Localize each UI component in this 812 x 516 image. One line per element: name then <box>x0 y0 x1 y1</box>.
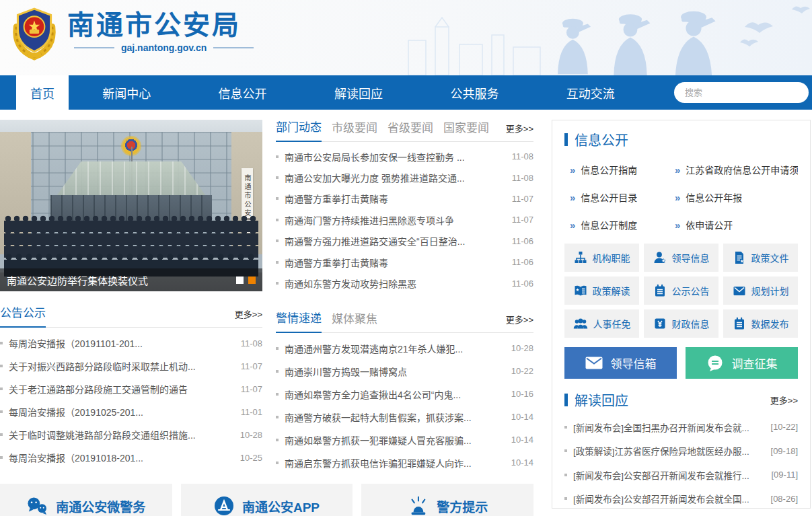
tab-province-news[interactable]: 省级要闻 <box>387 118 433 141</box>
nav-item-news-center[interactable]: 新闻中心 <box>69 75 184 110</box>
bullet-icon <box>276 393 279 396</box>
personnel-users-icon <box>573 317 588 330</box>
list-item[interactable]: 南通通州警方发现潜逃南京21年杀人嫌犯...10-28 <box>276 337 533 360</box>
list-item[interactable]: 南通如东警方发动攻势扫除黑恶11-06 <box>276 272 533 293</box>
grid-btn-plans[interactable]: 规划计划 <box>723 277 798 305</box>
panel-accent-bar <box>564 394 568 406</box>
list-item[interactable]: [新闻发布会]公安部召开新闻发布会就全国...[08-26] <box>564 487 798 509</box>
bullet-icon <box>276 462 279 464</box>
news-section: 部门动态 市级要闻 省级要闻 国家要闻 更多>> 南通市公安局局长参加安保一线查… <box>276 120 533 294</box>
link-info-rules[interactable]: »信息公开制度 <box>570 218 675 231</box>
grid-btn-public-notices[interactable]: 公示公告 <box>644 277 718 305</box>
list-item[interactable]: 每周治安播报（20191101-201...11-08 <box>0 332 262 355</box>
grid-btn-leader-info[interactable]: 领导信息 <box>644 244 718 272</box>
grid-btn-finance[interactable]: 财政信息 <box>644 309 718 338</box>
news-more-link[interactable]: 更多>> <box>506 122 533 141</box>
grid-btn-policy-documents[interactable]: 政策文件 <box>723 244 798 272</box>
search-input[interactable] <box>685 87 803 98</box>
list-item[interactable]: [新闻发布会]全国扫黑办召开新闻发布会就...[10-22] <box>564 415 798 439</box>
nav-item-info-disclosure[interactable]: 信息公开 <box>184 75 300 110</box>
police-app-card[interactable]: 南通公安APP <box>181 484 353 516</box>
nav-item-home[interactable]: 首页 <box>16 75 69 110</box>
response-list: [新闻发布会]全国扫黑办召开新闻发布会就...[10-22] [政策解读]江苏省… <box>564 415 798 509</box>
list-item[interactable]: [新闻发布会]公安部召开新闻发布会就推行...[09-11] <box>564 463 798 487</box>
list-item[interactable]: 关于对振兴西路部分路段临时采取禁止机动...11-07 <box>0 355 262 377</box>
bullet-icon <box>564 474 567 476</box>
list-item[interactable]: 南通崇川警方捣毁一赌博窝点10-22 <box>276 360 533 383</box>
grid-btn-personnel[interactable]: 人事任免 <box>564 309 639 338</box>
info-links: »信息公开指南 »江苏省政府信息公开申请须知 »信息公开目录 »信息公开年报 »… <box>570 163 798 231</box>
carousel-slide[interactable]: 南通市公安局 南通公安边防举行集体换装仪式 <box>0 120 262 291</box>
list-item[interactable]: 南通启东警方抓获电信诈骗犯罪嫌疑人向诈...10-14 <box>276 451 533 474</box>
grid-btn-policy-interpretation[interactable]: 政策解读 <box>564 277 639 305</box>
bullet-icon <box>276 416 279 418</box>
leader-user-icon <box>653 251 667 264</box>
policy-book-icon <box>574 284 587 297</box>
police-tips-card[interactable]: 警方提示 <box>361 484 533 516</box>
response-section-head: 解读回应 更多>> <box>564 390 798 410</box>
tab-media-focus[interactable]: 媒体聚焦 <box>332 309 377 332</box>
bullet-icon <box>276 155 279 158</box>
wechat-police-card[interactable]: 南通公安微警务 <box>0 484 172 516</box>
leader-mailbox-button[interactable]: 领导信箱 <box>564 347 677 379</box>
bullet-icon <box>0 365 3 367</box>
card-label: 警方提示 <box>437 497 488 515</box>
info-panel-title[interactable]: 信息公开 <box>575 130 628 149</box>
quick-access-cards: 南通公安微警务 南通公安APP <box>0 484 533 516</box>
list-item[interactable]: 南通如皋警方全力追查揪出4名公司“内鬼...10-16 <box>276 383 533 406</box>
notice-notepad-icon <box>653 284 667 297</box>
grid-btn-data-release[interactable]: 数据发布 <box>723 309 798 338</box>
tab-police-bulletin[interactable]: 警情速递 <box>276 309 322 333</box>
notices-list: 每周治安播报（20191101-201...11-08 关于对振兴西路部分路段临… <box>0 332 262 469</box>
police-news-more-link[interactable]: 更多>> <box>506 313 533 332</box>
link-info-catalog[interactable]: »信息公开目录 <box>570 190 675 204</box>
nav-item-interpretation[interactable]: 解读回应 <box>301 75 416 110</box>
nav-items: 首页 新闻中心 信息公开 解读回应 公共服务 互动交流 <box>16 75 649 110</box>
tab-national-news[interactable]: 国家要闻 <box>443 118 489 141</box>
link-on-request-disclosure[interactable]: »依申请公开 <box>675 218 798 231</box>
link-info-guide[interactable]: »信息公开指南 <box>570 163 675 176</box>
list-item[interactable]: 南通市公安局局长参加安保一线查控勤务 ...11-08 <box>276 146 533 167</box>
main-nav: 首页 新闻中心 信息公开 解读回应 公共服务 互动交流 <box>0 75 812 110</box>
bullet-icon <box>276 282 279 285</box>
bullet-icon <box>276 239 279 242</box>
list-item[interactable]: 南通警方强力推进道路交通安全“百日整治...11-06 <box>276 231 533 252</box>
response-panel-title[interactable]: 解读回应 <box>575 390 628 410</box>
bullet-icon <box>0 388 3 390</box>
list-item[interactable]: 南通警方重拳打击黄赌毒11-07 <box>276 188 533 209</box>
wechat-icon <box>26 496 48 515</box>
info-disclosure-panel: 信息公开 »信息公开指南 »江苏省政府信息公开申请须知 »信息公开目录 »信息公… <box>552 120 811 509</box>
bullet-icon <box>276 176 279 179</box>
nav-item-public-service[interactable]: 公共服务 <box>416 75 532 110</box>
list-item[interactable]: 每周治安播报（20191018-201...10-25 <box>0 446 262 469</box>
search-box[interactable] <box>674 82 809 103</box>
list-item[interactable]: 南通警方重拳打击黄赌毒11-06 <box>276 252 533 272</box>
list-item[interactable]: 南通公安加大曝光力度 强势推进道路交通...11-08 <box>276 167 533 188</box>
list-item[interactable]: 南通如皋警方抓获一犯罪嫌疑人冒充客服骗...10-14 <box>276 429 533 451</box>
bullet-icon <box>276 370 279 373</box>
survey-collection-button[interactable]: 调查征集 <box>686 347 798 379</box>
policy-document-icon <box>733 251 746 264</box>
list-item[interactable]: [政策解读]江苏省医疗保险异地就医经办服...[09-18] <box>564 439 798 464</box>
list-item[interactable]: 关于老江通路部分路段施工交通管制的通告11-07 <box>0 377 262 400</box>
nav-item-interaction[interactable]: 互动交流 <box>533 75 649 110</box>
panel-accent-bar <box>564 133 568 146</box>
bullet-icon <box>0 433 3 436</box>
police-badge-logo-icon <box>9 6 59 64</box>
list-item[interactable]: 南通海门警方持续推进扫黑除恶专项斗争11-07 <box>276 209 533 230</box>
list-item[interactable]: 南通警方破获一起特大制售假案，抓获涉案...10-14 <box>276 406 533 429</box>
link-annual-report[interactable]: »信息公开年报 <box>675 190 798 204</box>
site-brand[interactable]: 南通市公安局 gaj.nantong.gov.cn <box>9 6 260 64</box>
carousel-dot-2[interactable] <box>248 277 256 284</box>
list-item[interactable]: 关于临时调整姚港路部分路段交通组织措施...10-28 <box>0 423 262 446</box>
tab-notices[interactable]: 公告公示 <box>0 303 46 328</box>
tab-city-news[interactable]: 市级要闻 <box>332 118 377 141</box>
grid-btn-org-functions[interactable]: 机构职能 <box>564 244 639 272</box>
response-more-link[interactable]: 更多>> <box>770 394 798 406</box>
list-item[interactable]: 每周治安播报（20191025-201...11-01 <box>0 400 262 423</box>
tab-dept-news[interactable]: 部门动态 <box>276 118 322 142</box>
notices-more-link[interactable]: 更多>> <box>235 307 262 327</box>
carousel-caption[interactable]: 南通公安边防举行集体换装仪式 <box>7 273 236 287</box>
carousel-dot-1[interactable] <box>236 277 244 284</box>
link-province-application-notes[interactable]: »江苏省政府信息公开申请须知 <box>675 163 798 176</box>
